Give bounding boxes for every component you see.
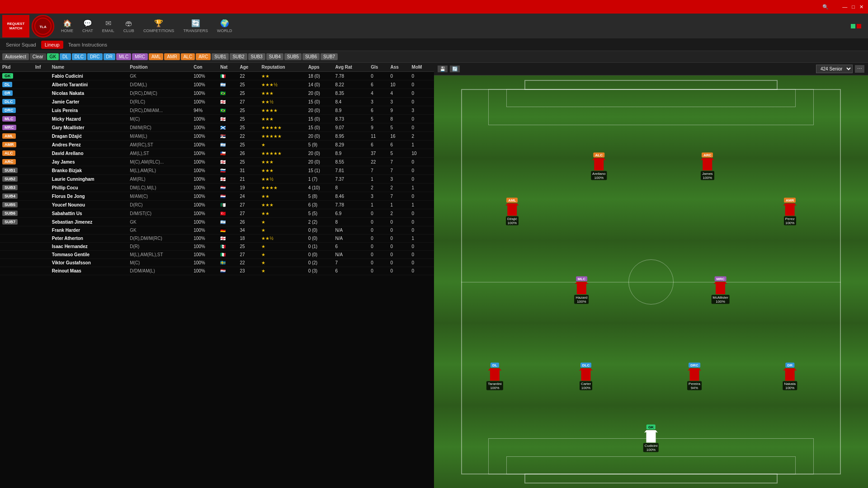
table-row[interactable]: Tommaso Gentile M(L),AM(RL),ST 100% 🇮🇹 2… (0, 251, 434, 259)
maximize-icon[interactable]: □ (852, 4, 855, 9)
cell-name[interactable]: Peter Atherton (50, 235, 127, 243)
table-row[interactable]: SUB6 Sabahattin Us D/M/ST(C) 100% 🇹🇷 27 … (0, 209, 434, 218)
cell-name[interactable]: Jamie Carter (50, 98, 127, 106)
col-age[interactable]: Age (238, 63, 259, 72)
cell-name[interactable]: Florus De Jong (50, 192, 127, 201)
table-row[interactable]: SUB4 Florus De Jong M/AM(C) 100% 🇳🇱 24 ★… (0, 192, 434, 201)
col-reputation[interactable]: Reputation (259, 63, 306, 72)
filter-sub2[interactable]: SUB2 (230, 53, 247, 60)
minimize-icon[interactable]: — (842, 4, 847, 9)
filter-arc[interactable]: ARC (196, 53, 211, 60)
filter-sub3[interactable]: SUB3 (248, 53, 265, 60)
autoselect-button[interactable]: Autoselect (2, 53, 29, 60)
cell-name[interactable]: Gary Mcallister (50, 123, 127, 132)
filter-dlc[interactable]: DLC (72, 53, 86, 60)
filter-sub1[interactable]: SUB1 (212, 53, 229, 60)
table-row[interactable]: ARC Jay James M(C),AM(RLC)... 100% 🏴󠁧󠁢󠁥󠁮… (0, 158, 434, 166)
cell-name[interactable]: Reinout Maas (50, 267, 127, 275)
col-avg-rat[interactable]: Avg Rat (333, 63, 369, 72)
table-row[interactable]: Reinout Maas D/DM/AM(L) 100% 🇳🇱 23 ★ 0 (… (0, 267, 434, 275)
filter-amr[interactable]: AMR (164, 53, 179, 60)
pitch-player-token[interactable]: MLC Hazard100% (574, 276, 589, 304)
table-row[interactable]: SUB7 Sebastian Jimenez GK 100% 🇦🇷 26 ★ 2… (0, 218, 434, 226)
pitch-player-token[interactable]: DLC Carter100% (579, 363, 593, 390)
cell-name[interactable]: Sebastian Jimenez (50, 218, 127, 226)
filter-dr[interactable]: DR (104, 53, 115, 60)
pitch-player-token[interactable]: AMR Perez100% (783, 198, 797, 225)
cell-name[interactable]: David Arellano (50, 149, 127, 158)
clear-button[interactable]: Clear (30, 53, 46, 60)
cell-name[interactable]: Dragan Džajić (50, 132, 127, 141)
pitch-player-token[interactable]: ARC James100% (701, 152, 714, 180)
subnav-lineup[interactable]: Lineup (41, 41, 63, 49)
filter-sub6[interactable]: SUB6 (302, 53, 320, 60)
cell-name[interactable]: Viktor Gustafsson (50, 259, 127, 267)
table-row[interactable]: DL Alberto Tarantini D/DM(L) 100% 🇦🇷 25 … (0, 80, 434, 89)
table-row[interactable]: AML Dragan Džajić M/AM(L) 100% 🇷🇸 22 ★★★… (0, 132, 434, 141)
filter-sub5[interactable]: SUB5 (284, 53, 302, 60)
table-row[interactable]: Viktor Gustafsson M(C) 100% 🇸🇪 22 ★ 0 (2… (0, 259, 434, 267)
filter-mrc[interactable]: MRC (132, 53, 148, 60)
cell-name[interactable]: Phillip Cocu (50, 183, 127, 192)
pitch-player-token[interactable]: AML Džajić100% (505, 198, 519, 225)
cell-name[interactable]: Branko Bizjak (50, 166, 127, 175)
player-table-scroll[interactable]: Pkd Inf Name Position Con Nat Age Reputa… (0, 63, 434, 488)
col-apps[interactable]: Apps (306, 63, 333, 72)
pitch-save-button[interactable]: 💾 (438, 66, 448, 72)
table-row[interactable]: MLC Micky Hazard M(C) 100% 🏴󠁧󠁢󠁥󠁮󠁧󠁿 25 ★★… (0, 115, 434, 123)
table-row[interactable]: SUB1 Branko Bizjak M(L),AM(RL) 100% 🇸🇮 3… (0, 166, 434, 175)
cell-name[interactable]: Micky Hazard (50, 115, 127, 123)
cell-name[interactable]: Alberto Tarantini (50, 80, 127, 89)
filter-dl[interactable]: DL (60, 53, 71, 60)
close-icon[interactable]: ✕ (859, 4, 863, 10)
cell-name[interactable]: Isaac Hernandez (50, 243, 127, 251)
cell-name[interactable]: Andres Perez (50, 141, 127, 149)
pitch-player-token[interactable]: DR Nakata100% (783, 363, 797, 390)
table-row[interactable]: Isaac Hernandez D(R) 100% 🇲🇽 25 ★ 0 (1) … (0, 243, 434, 251)
col-position[interactable]: Position (127, 63, 191, 72)
cell-name[interactable]: Jay James (50, 158, 127, 166)
cell-name[interactable]: Luis Pereira (50, 106, 127, 115)
pitch-refresh-button[interactable]: 🔄 (450, 66, 460, 72)
tactic-select[interactable]: 424 Senior (816, 65, 853, 73)
table-row[interactable]: SUB5 Youcef Nounou D(RC) 100% 🇩🇿 27 ★★★ … (0, 201, 434, 209)
nav-competitions[interactable]: 🏆COMPETITIONS (143, 19, 175, 33)
filter-alc[interactable]: ALC (181, 53, 195, 60)
pitch-player-token[interactable]: DL Tarantini100% (486, 363, 503, 390)
filter-drc[interactable]: DRC (87, 53, 103, 60)
table-row[interactable]: DLC Jamie Carter D(RLC) 100% 🏴󠁧󠁢󠁥󠁮󠁧󠁿 27 … (0, 98, 434, 106)
table-row[interactable]: GK Fabio Cudicini GK 100% 🇮🇹 22 ★★ 18 (0… (0, 72, 434, 80)
pitch-menu-button[interactable]: ⋯ (855, 65, 864, 73)
col-ass[interactable]: Ass (388, 63, 410, 72)
col-gls[interactable]: Gls (368, 63, 388, 72)
table-row[interactable]: Frank Harder GK 100% 🇩🇪 34 ★ 0 (0) N/A 0… (0, 226, 434, 235)
nav-world[interactable]: 🌍WORLD (217, 19, 232, 33)
cell-name[interactable]: Sabahattin Us (50, 209, 127, 218)
nav-transfers[interactable]: 🔄TRANSFERS (183, 19, 208, 33)
filter-gk[interactable]: GK (47, 53, 59, 60)
filter-aml[interactable]: AML (149, 53, 164, 60)
col-inf[interactable]: Inf (33, 63, 50, 72)
col-con[interactable]: Con (191, 63, 218, 72)
filter-mlc[interactable]: MLC (116, 53, 131, 60)
cell-name[interactable]: Youcef Nounou (50, 201, 127, 209)
nav-club[interactable]: 🏟CLUB (123, 19, 134, 33)
filter-sub4[interactable]: SUB4 (266, 53, 283, 60)
table-row[interactable]: SUB3 Phillip Cocu DM(LC),M(L) 100% 🇳🇱 19… (0, 183, 434, 192)
col-name[interactable]: Name (50, 63, 127, 72)
pitch-player-token[interactable]: ALC Arellano100% (591, 152, 607, 180)
pitch-player-token[interactable]: DRC Pereira94% (687, 363, 702, 390)
table-row[interactable]: AMR Andres Perez AM(RC),ST 100% 🇦🇷 25 ★ … (0, 141, 434, 149)
col-nat[interactable]: Nat (218, 63, 237, 72)
subnav-team-instructions[interactable]: Team Instructions (65, 41, 111, 49)
table-row[interactable]: DR Nicolas Nakata D(RC),DM(C) 100% 🇧🇷 25… (0, 89, 434, 98)
table-row[interactable]: ALC David Arellano AM(L),ST 100% 🇨🇱 26 ★… (0, 149, 434, 158)
cell-name[interactable]: Laurie Cunningham (50, 175, 127, 183)
nav-email[interactable]: ✉EMAIL (102, 19, 114, 33)
table-row[interactable]: Peter Atherton D(R),DM/M(RC) 100% 🏴󠁧󠁢󠁥󠁮󠁧… (0, 235, 434, 243)
subnav-senior-squad[interactable]: Senior Squad (2, 41, 40, 49)
table-row[interactable]: DRC Luis Pereira D(RC),DM/AM... 94% 🇧🇷 2… (0, 106, 434, 115)
search-icon[interactable]: 🔍 (822, 4, 829, 10)
cell-name[interactable]: Tommaso Gentile (50, 251, 127, 259)
filter-sub7[interactable]: SUB7 (321, 53, 338, 60)
